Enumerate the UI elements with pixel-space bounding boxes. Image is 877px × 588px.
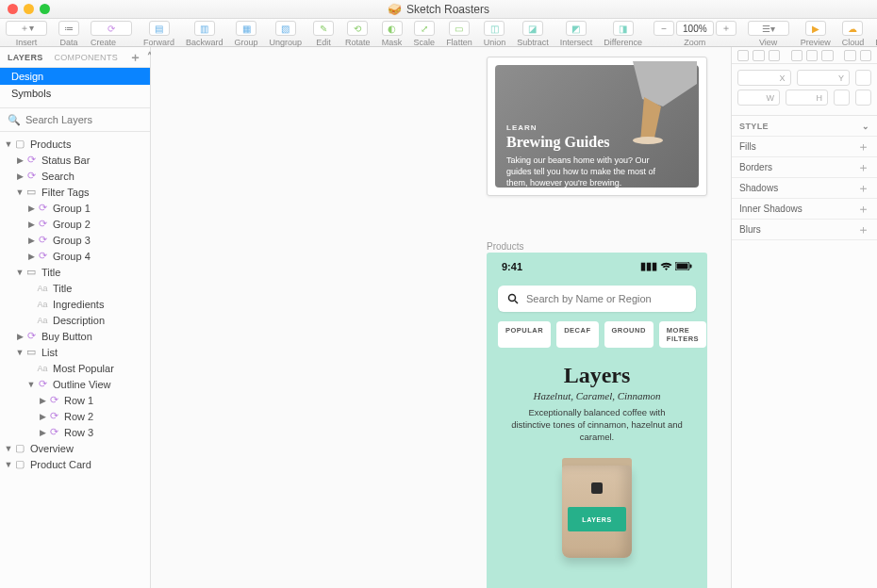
flatten-button[interactable]: ▭ xyxy=(449,21,470,36)
align-left-button[interactable] xyxy=(737,50,749,61)
scale-button[interactable]: ⤢ xyxy=(414,21,435,36)
rotate-button[interactable]: ⟲ xyxy=(347,21,368,36)
layer-outline-view[interactable]: ▼⟳Outline View xyxy=(0,376,150,392)
layer-list-group[interactable]: ▼▭List xyxy=(0,344,150,360)
canvas[interactable]: LEARN Brewing Guides Taking our beans ho… xyxy=(151,47,731,588)
insert-button[interactable]: ＋▾ xyxy=(6,21,47,36)
tag-ground[interactable]: GROUND xyxy=(604,321,654,348)
wifi-icon xyxy=(660,262,672,271)
layer-products-artboard[interactable]: ▼▢Products xyxy=(0,136,150,152)
symbol-icon: ⟳ xyxy=(36,250,49,262)
product-subtitle: Hazelnut, Caramel, Cinnamon xyxy=(487,390,707,401)
tab-components[interactable]: COMPONENTS xyxy=(54,53,118,62)
backward-button[interactable]: ▥ xyxy=(194,21,215,36)
cloud-button[interactable]: ☁ xyxy=(842,21,863,36)
forward-button[interactable]: ▤ xyxy=(149,21,170,36)
symbol-icon: ⟳ xyxy=(36,202,49,214)
layer-group-2[interactable]: ▶⟳Group 2 xyxy=(0,216,150,232)
section-inner-shadows[interactable]: Inner Shadows＋ xyxy=(732,199,877,220)
layer-most-popular-text[interactable]: AaMost Popular xyxy=(0,360,150,376)
input-x[interactable]: X xyxy=(737,70,791,86)
minimize-window-button[interactable] xyxy=(24,4,34,14)
lock-aspect-button[interactable] xyxy=(855,70,871,86)
section-blurs[interactable]: Blurs＋ xyxy=(732,220,877,240)
ungroup-button[interactable]: ▧ xyxy=(275,21,296,36)
align-top-button[interactable] xyxy=(791,50,803,61)
layer-product-card-artboard[interactable]: ▼▢Product Card xyxy=(0,456,150,472)
add-inner-shadow-button[interactable]: ＋ xyxy=(857,201,869,218)
tag-more-filters[interactable]: MORE FILTERS xyxy=(659,321,706,348)
preview-button[interactable]: ▶ xyxy=(805,21,826,36)
search-layers-box[interactable]: 🔍 xyxy=(0,107,150,132)
page-symbols[interactable]: Symbols xyxy=(0,85,150,102)
tag-decaf[interactable]: DECAF xyxy=(556,321,598,348)
subtract-button[interactable]: ◪ xyxy=(522,21,543,36)
edit-button[interactable]: ✎ xyxy=(313,21,334,36)
group-button[interactable]: ▦ xyxy=(236,21,256,36)
zoom-value[interactable]: 100% xyxy=(676,21,714,36)
search-icon: 🔍 xyxy=(8,114,21,126)
tab-layers[interactable]: LAYERS xyxy=(8,53,42,62)
section-borders[interactable]: Borders＋ xyxy=(732,157,877,178)
layer-group-1[interactable]: ▶⟳Group 1 xyxy=(0,200,150,216)
layer-status-bar[interactable]: ▶⟳Status Bar xyxy=(0,152,150,168)
add-page-button[interactable]: ＋ xyxy=(129,49,141,66)
brewing-guides-card: LEARN Brewing Guides Taking our beans ho… xyxy=(495,65,699,188)
layer-row-2[interactable]: ▶⟳Row 2 xyxy=(0,408,150,424)
align-h-center-button[interactable] xyxy=(753,50,764,61)
artboard-label-products[interactable]: Products xyxy=(487,241,523,252)
svg-rect-3 xyxy=(690,265,692,269)
flip-v-button[interactable] xyxy=(855,90,871,106)
layer-overview-artboard[interactable]: ▼▢Overview xyxy=(0,440,150,456)
phone-search-field[interactable]: Search by Name or Region xyxy=(498,286,696,312)
input-w[interactable]: W xyxy=(737,90,780,106)
create-symbol-button[interactable]: ⟳ xyxy=(91,21,132,36)
mask-button[interactable]: ◐ xyxy=(382,21,403,36)
flip-h-button[interactable] xyxy=(834,90,850,106)
add-blur-button[interactable]: ＋ xyxy=(857,221,869,238)
add-border-button[interactable]: ＋ xyxy=(857,159,869,176)
section-shadows[interactable]: Shadows＋ xyxy=(732,178,877,199)
layer-search[interactable]: ▶⟳Search xyxy=(0,168,150,184)
align-right-button[interactable] xyxy=(769,50,780,61)
input-h[interactable]: H xyxy=(786,90,828,106)
layer-ingredients-text[interactable]: AaIngredients xyxy=(0,296,150,312)
layer-group-3[interactable]: ▶⟳Group 3 xyxy=(0,232,150,248)
close-window-button[interactable] xyxy=(8,4,18,14)
layer-description-text[interactable]: AaDescription xyxy=(0,312,150,328)
distribute-h-button[interactable] xyxy=(844,50,855,61)
artboard-products[interactable]: 9:41 ▮▮▮ Search by Name or Region xyxy=(487,253,707,588)
layer-row-1[interactable]: ▶⟳Row 1 xyxy=(0,392,150,408)
align-v-center-button[interactable] xyxy=(806,50,818,61)
brew-desc: Taking our beans home with you? Our guid… xyxy=(506,155,667,188)
subtract-label: Subtract xyxy=(517,38,549,47)
union-button[interactable]: ◫ xyxy=(484,21,505,36)
intersect-button[interactable]: ◩ xyxy=(566,21,587,36)
align-bottom-button[interactable] xyxy=(821,50,833,61)
zoom-in-button[interactable]: ＋ xyxy=(716,21,736,36)
difference-button[interactable]: ◨ xyxy=(613,21,634,36)
artboard-product-card[interactable]: LEARN Brewing Guides Taking our beans ho… xyxy=(487,57,707,196)
layer-label: Title xyxy=(53,283,72,294)
search-layers-input[interactable] xyxy=(25,114,156,125)
section-fills[interactable]: Fills＋ xyxy=(732,137,877,157)
layer-title-text[interactable]: AaTitle xyxy=(0,280,150,296)
zoom-window-button[interactable] xyxy=(40,4,50,14)
layer-buy-button[interactable]: ▶⟳Buy Button xyxy=(0,328,150,344)
layer-group-4[interactable]: ▶⟳Group 4 xyxy=(0,248,150,264)
style-header[interactable]: STYLE ⌄ xyxy=(732,116,877,137)
layer-title-group[interactable]: ▼▭Title xyxy=(0,264,150,280)
view-button[interactable]: ☰▾ xyxy=(748,21,789,36)
layer-filter-tags[interactable]: ▼▭Filter Tags xyxy=(0,184,150,200)
input-y[interactable]: Y xyxy=(797,70,851,86)
tag-popular[interactable]: POPULAR xyxy=(498,321,551,348)
data-button[interactable]: ≔ xyxy=(58,21,79,36)
add-shadow-button[interactable]: ＋ xyxy=(857,180,869,197)
page-design[interactable]: Design xyxy=(0,68,150,85)
add-fill-button[interactable]: ＋ xyxy=(857,139,869,155)
page-design-label: Design xyxy=(11,71,43,82)
layer-row-3[interactable]: ▶⟳Row 3 xyxy=(0,424,150,440)
insert-label: Insert xyxy=(16,38,38,47)
zoom-out-button[interactable]: − xyxy=(654,21,674,36)
distribute-v-button[interactable] xyxy=(860,50,871,61)
